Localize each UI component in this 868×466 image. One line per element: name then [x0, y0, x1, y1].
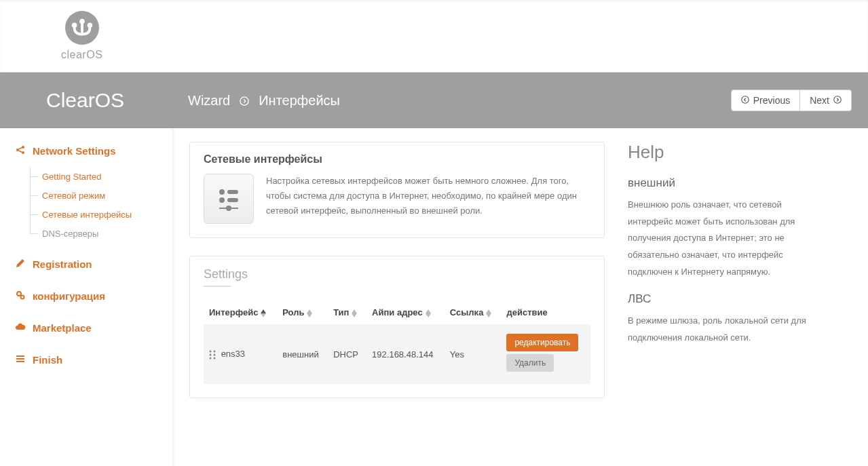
- brand-text: clearOS: [61, 49, 102, 61]
- col-ip[interactable]: Айпи адрес: [366, 300, 445, 324]
- svg-point-20: [210, 350, 212, 352]
- help-section-heading: внешний: [628, 176, 812, 190]
- svg-point-5: [834, 96, 842, 104]
- share-icon: [15, 144, 26, 157]
- settings-heading: Settings: [204, 267, 590, 281]
- col-action: действие: [501, 300, 590, 324]
- sidebar-item-label: Network Settings: [33, 145, 116, 157]
- col-label: Ссылка: [450, 307, 484, 317]
- list-icon: [15, 353, 26, 366]
- sidebar-subitem-label: Getting Started: [42, 172, 101, 182]
- col-label: Айпи адрес: [372, 307, 423, 317]
- previous-button[interactable]: Previous: [731, 90, 800, 111]
- col-label: Роль: [282, 307, 304, 317]
- col-label: действие: [506, 307, 547, 317]
- sidebar-subitem-getting-started[interactable]: Getting Started: [0, 167, 172, 186]
- svg-point-22: [210, 353, 212, 355]
- help-title: Help: [628, 142, 812, 163]
- cell-action: редактировать Удалить: [501, 324, 590, 384]
- edit-button[interactable]: редактировать: [506, 334, 578, 351]
- pencil-icon: [15, 258, 26, 271]
- svg-point-7: [22, 146, 24, 149]
- top-logo-bar: clearOS: [0, 0, 868, 73]
- svg-point-9: [17, 292, 21, 296]
- svg-point-3: [240, 97, 248, 105]
- sort-icon: [261, 309, 266, 317]
- col-label: Интерфейс: [209, 307, 258, 317]
- main-content: Сетевые интерфейсы Настройка сетевых инт…: [173, 128, 621, 429]
- svg-point-21: [214, 350, 216, 352]
- help-section-body: Внешнюю роль означает, что сетевой интер…: [628, 197, 812, 280]
- col-role[interactable]: Роль: [277, 300, 328, 324]
- arrow-right-icon: [833, 95, 842, 106]
- settings-preview-icon: [204, 174, 254, 224]
- cell-value: ens33: [221, 349, 245, 359]
- sidebar-item-network-settings[interactable]: Network Settings: [0, 135, 172, 167]
- delete-button[interactable]: Удалить: [506, 354, 554, 372]
- sidebar-subitem-network-interfaces[interactable]: Сетевые интерфейсы: [0, 205, 172, 224]
- cell-link: Yes: [445, 324, 502, 384]
- previous-label: Previous: [753, 95, 790, 106]
- svg-point-23: [214, 353, 216, 355]
- sidebar-item-label: Finish: [33, 354, 62, 366]
- sidebar-item-finish[interactable]: Finish: [0, 344, 172, 376]
- sort-icon: [352, 309, 357, 317]
- svg-point-10: [21, 296, 24, 299]
- svg-rect-15: [227, 190, 238, 194]
- sidebar-subitem-network-mode[interactable]: Сетевой режим: [0, 186, 172, 205]
- sidebar-item-label: Registration: [33, 258, 92, 270]
- next-button[interactable]: Next: [800, 90, 852, 111]
- sidebar-item-configuration[interactable]: конфигурация: [0, 280, 172, 312]
- col-type[interactable]: Тип: [328, 300, 366, 324]
- settings-panel: Settings Интерфейс Роль Тип Айпи адрес С…: [189, 256, 605, 398]
- sidebar-item-registration[interactable]: Registration: [0, 248, 172, 280]
- cogs-icon: [15, 290, 26, 303]
- sidebar-item-marketplace[interactable]: Marketplace: [0, 312, 172, 344]
- table-row: ens33 внешний DHCP 192.168.48.144 Yes ре…: [204, 324, 590, 384]
- cell-type: DHCP: [328, 324, 366, 384]
- logo-icon: [65, 11, 99, 45]
- sort-icon: [307, 309, 312, 317]
- sidebar-subitem-label: DNS-серверы: [42, 229, 98, 239]
- help-sidebar: Help внешний Внешнюю роль означает, что …: [621, 128, 831, 360]
- sidebar-subitem-dns-servers[interactable]: DNS-серверы: [0, 224, 172, 243]
- svg-point-4: [741, 96, 749, 104]
- breadcrumb: Wizard Интерфейсы: [188, 93, 340, 109]
- sidebar-item-label: конфигурация: [33, 290, 105, 302]
- cell-role: внешний: [277, 324, 328, 384]
- breadcrumb-root: Wizard: [188, 93, 230, 109]
- svg-point-25: [214, 357, 216, 359]
- sort-icon: [426, 309, 431, 317]
- col-link[interactable]: Ссылка: [445, 300, 502, 324]
- panel-description: Настройка сетевых интерфейсов может быть…: [266, 174, 590, 218]
- breadcrumb-page: Интерфейсы: [259, 93, 340, 109]
- svg-point-24: [210, 357, 212, 359]
- app-title: ClearOS: [46, 89, 178, 112]
- next-label: Next: [810, 95, 829, 106]
- col-label: Тип: [333, 307, 349, 317]
- svg-rect-13: [16, 361, 24, 362]
- svg-point-16: [219, 197, 225, 203]
- col-interface[interactable]: Интерфейс: [204, 300, 277, 324]
- sidebar-sublist: Getting Started Сетевой режим Сетевые ин…: [0, 167, 172, 248]
- interfaces-table: Интерфейс Роль Тип Айпи адрес Ссылка дей…: [204, 300, 590, 384]
- svg-rect-17: [227, 198, 238, 202]
- sidebar-subitem-label: Сетевой режим: [42, 191, 105, 201]
- chevron-right-icon: [240, 93, 249, 109]
- help-section-body: В режиме шлюза, роль локальной сети для …: [628, 313, 812, 346]
- intro-panel: Сетевые интерфейсы Настройка сетевых инт…: [189, 142, 605, 238]
- sidebar-item-label: Marketplace: [33, 322, 92, 334]
- help-section-heading: ЛВС: [628, 292, 812, 306]
- svg-point-14: [219, 189, 225, 195]
- title-bar: ClearOS Wizard Интерфейсы Previous Next: [0, 73, 868, 128]
- svg-point-8: [22, 151, 24, 154]
- svg-rect-11: [16, 355, 24, 357]
- cloud-icon: [15, 322, 26, 334]
- drag-handle-icon[interactable]: [209, 349, 219, 359]
- brand-logo: clearOS: [61, 11, 102, 61]
- sort-icon: [486, 309, 491, 317]
- sidebar-subitem-label: Сетевые интерфейсы: [42, 210, 132, 220]
- divider: [204, 286, 231, 287]
- svg-point-19: [226, 206, 231, 211]
- cell-interface: ens33: [204, 324, 277, 384]
